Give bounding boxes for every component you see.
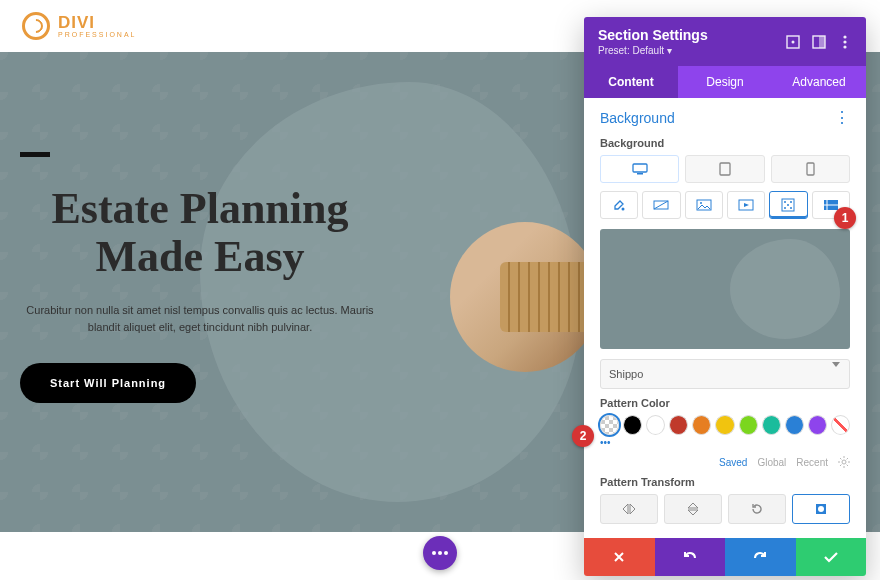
palette-recent[interactable]: Recent [796, 457, 828, 468]
bg-gradient-tab[interactable] [642, 191, 680, 219]
redo-icon [752, 550, 768, 564]
svg-point-23 [790, 207, 792, 209]
panel-tabs: Content Design Advanced [584, 66, 866, 98]
desktop-icon [632, 163, 648, 175]
section-settings-panel: Section Settings Preset: Default ▾ Conte… [584, 17, 866, 576]
page-settings-fab[interactable] [423, 536, 457, 570]
swatch-red[interactable] [669, 415, 688, 435]
bg-pattern-tab[interactable] [769, 191, 807, 219]
svg-point-26 [842, 460, 846, 464]
svg-rect-11 [637, 173, 643, 175]
svg-point-1 [438, 551, 442, 555]
gear-icon[interactable] [838, 456, 850, 468]
hero-image [450, 222, 600, 372]
transform-rotate-ccw[interactable] [728, 494, 786, 524]
tablet-icon [719, 162, 731, 176]
panel-preset[interactable]: Preset: Default ▾ [598, 45, 708, 56]
undo-icon [682, 550, 698, 564]
tab-design[interactable]: Design [678, 66, 772, 98]
undo-button[interactable] [655, 538, 726, 576]
close-icon [612, 550, 626, 564]
preview-shape [730, 239, 840, 339]
bg-image-tab[interactable] [685, 191, 723, 219]
device-phone[interactable] [771, 155, 850, 183]
svg-rect-6 [819, 36, 825, 48]
panel-header[interactable]: Section Settings Preset: Default ▾ [584, 17, 866, 66]
swatch-purple[interactable] [808, 415, 827, 435]
swatch-transparent[interactable] [600, 415, 619, 435]
device-tablet[interactable] [685, 155, 764, 183]
svg-point-28 [818, 506, 824, 512]
palette-saved[interactable]: Saved [719, 457, 747, 468]
flip-v-icon [687, 502, 699, 516]
brand-tagline: PROFESSIONAL [58, 31, 136, 38]
rotate-ccw-icon [750, 502, 764, 516]
svg-point-2 [444, 551, 448, 555]
svg-point-7 [843, 35, 846, 38]
svg-point-9 [843, 45, 846, 48]
bg-color-tab[interactable] [600, 191, 638, 219]
invert-icon [814, 502, 828, 516]
pattern-style-select[interactable]: Shippo [600, 359, 850, 389]
phone-icon [806, 162, 815, 176]
start-will-button[interactable]: Start Will Planning [20, 363, 196, 403]
svg-point-17 [700, 202, 702, 204]
hero-body: Curabitur non nulla sit amet nisl tempus… [20, 302, 380, 337]
transform-flip-h[interactable] [600, 494, 658, 524]
group-background[interactable]: Background [600, 110, 675, 126]
bg-video-tab[interactable] [727, 191, 765, 219]
tab-content[interactable]: Content [584, 66, 678, 98]
swatch-teal[interactable] [762, 415, 781, 435]
transform-invert[interactable] [792, 494, 850, 524]
paint-icon [612, 198, 626, 212]
svg-rect-10 [633, 164, 647, 172]
background-label: Background [600, 137, 850, 149]
hero-title-line2: Made Easy [96, 232, 305, 281]
pattern-color-swatches [600, 415, 850, 435]
more-icon[interactable] [838, 35, 852, 49]
group-options-icon[interactable]: ⋮ [834, 108, 850, 127]
swatch-green[interactable] [739, 415, 758, 435]
redo-button[interactable] [725, 538, 796, 576]
expand-icon[interactable] [786, 35, 800, 49]
swatch-blue[interactable] [785, 415, 804, 435]
swatch-more[interactable]: ••• [600, 437, 850, 448]
device-desktop[interactable] [600, 155, 679, 183]
save-button[interactable] [796, 538, 867, 576]
accent-bar [20, 152, 50, 157]
svg-rect-13 [807, 163, 814, 175]
tab-advanced[interactable]: Advanced [772, 66, 866, 98]
close-button[interactable] [584, 538, 655, 576]
svg-point-14 [622, 208, 625, 211]
panel-title: Section Settings [598, 27, 708, 43]
transform-flip-v[interactable] [664, 494, 722, 524]
swatch-none[interactable] [831, 415, 850, 435]
svg-point-20 [784, 201, 786, 203]
svg-point-24 [787, 204, 789, 206]
pattern-preview[interactable] [600, 229, 850, 349]
swatch-white[interactable] [646, 415, 665, 435]
pattern-transform-label: Pattern Transform [600, 476, 850, 488]
swatch-orange[interactable] [692, 415, 711, 435]
swatch-yellow[interactable] [715, 415, 734, 435]
video-icon [738, 199, 754, 211]
svg-point-0 [432, 551, 436, 555]
annotation-badge-2: 2 [572, 425, 594, 447]
pattern-icon [781, 198, 795, 212]
check-icon [823, 551, 839, 563]
svg-point-22 [784, 207, 786, 209]
hero-title: Estate Planning Made Easy [20, 185, 380, 282]
palette-global[interactable]: Global [757, 457, 786, 468]
swatch-black[interactable] [623, 415, 642, 435]
flip-h-icon [621, 503, 637, 515]
gradient-icon [653, 200, 669, 210]
svg-point-8 [843, 40, 846, 43]
svg-point-4 [792, 40, 795, 43]
brand-name: DIVI [58, 14, 136, 31]
logo-mark-icon [22, 12, 50, 40]
annotation-badge-1: 1 [834, 207, 856, 229]
snap-icon[interactable] [812, 35, 826, 49]
panel-footer [584, 538, 866, 576]
hero-title-line1: Estate Planning [51, 184, 348, 233]
brand-logo[interactable]: DIVI PROFESSIONAL [22, 12, 136, 40]
